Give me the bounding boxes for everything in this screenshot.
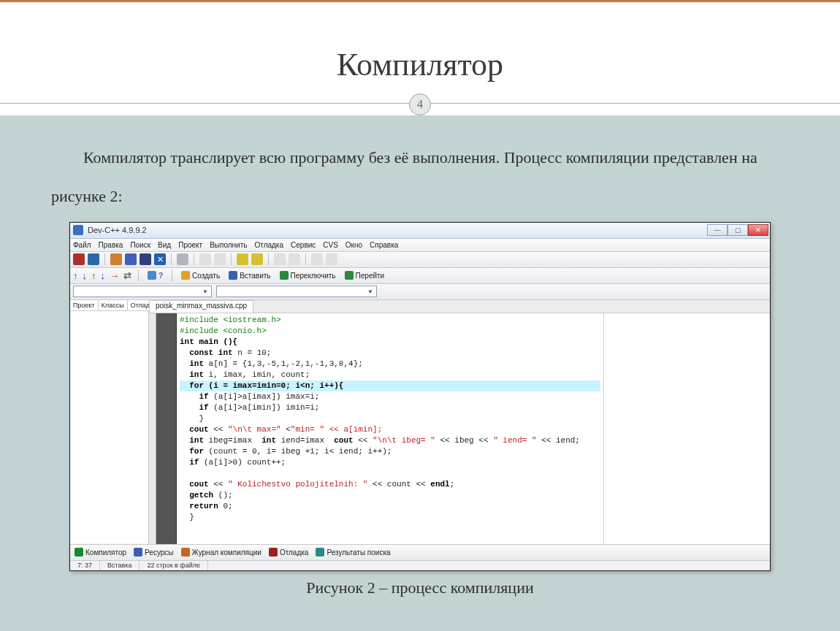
menubar: Файл Правка Поиск Вид Проект Выполнить О…: [70, 239, 770, 252]
create-button[interactable]: Создать: [179, 270, 222, 280]
menu-project[interactable]: Проект: [178, 241, 202, 249]
editor-right-margin: [603, 313, 770, 544]
redo-icon[interactable]: [214, 253, 226, 265]
arrow-dbl-icon[interactable]: ⇄: [123, 270, 131, 281]
window-title: Dev-C++ 4.9.9.2: [88, 226, 147, 234]
app-icon: [73, 225, 83, 235]
arrow-right-icon[interactable]: →: [110, 270, 119, 281]
close-button[interactable]: ✕: [748, 224, 768, 236]
side-tabs: Проект Классы Отладка: [70, 300, 148, 311]
switch-button[interactable]: Переключить: [278, 270, 338, 280]
menu-file[interactable]: Файл: [73, 241, 91, 249]
compile-icon[interactable]: [274, 253, 286, 265]
debug-icon[interactable]: [311, 253, 323, 265]
help-button[interactable]: ?: [145, 270, 165, 280]
status-cursor-pos: 7: 37: [70, 561, 100, 570]
bottomtab-debug-label: Отладка: [280, 548, 309, 557]
window-controls: — ▢ ✕: [707, 224, 768, 236]
slide: Компилятор 4 Компилятор транслирует всю …: [0, 2, 840, 631]
toolbar-separator: [231, 253, 232, 265]
open-icon[interactable]: [88, 253, 99, 265]
bottomtab-debug[interactable]: Отладка: [269, 548, 309, 557]
menu-search[interactable]: Поиск: [130, 241, 150, 249]
slide-content: Компилятор транслирует всю программу без…: [0, 115, 840, 597]
toolbar-separator: [305, 253, 306, 265]
file-tab[interactable]: poisk_minmax_massiva.cpp: [149, 300, 253, 313]
file-tab-row: poisk_minmax_massiva.cpp: [149, 300, 770, 313]
bottomtab-compiler[interactable]: Компилятор: [75, 548, 126, 557]
create-label: Создать: [192, 272, 220, 280]
menu-view[interactable]: Вид: [158, 241, 171, 249]
bottomtab-find[interactable]: Результаты поиска: [316, 548, 390, 557]
arrow-up2-icon[interactable]: ↑: [91, 270, 96, 281]
insert-label: Вставить: [240, 272, 270, 280]
side-panel-body: [70, 311, 148, 543]
bottomtab-log[interactable]: Журнал компиляции: [181, 548, 261, 557]
goto-button[interactable]: Перейти: [343, 270, 387, 280]
figure-container: Dev-C++ 4.9.9.2 — ▢ ✕ Файл Правка Поиск …: [51, 222, 789, 571]
switch-label: Переключить: [291, 272, 336, 280]
code-body[interactable]: #include <iostream.h> #include <conio.h>…: [177, 313, 603, 544]
toolbar-main: ✕: [70, 252, 770, 268]
toolbar-separator: [104, 253, 105, 265]
sidetab-project[interactable]: Проект: [70, 300, 99, 310]
replace-icon[interactable]: [251, 253, 263, 265]
combo-scope[interactable]: ▼: [73, 286, 212, 297]
bottomtab-resources[interactable]: Ресурсы: [134, 548, 173, 557]
disk-icon[interactable]: [140, 253, 151, 265]
close-file-icon[interactable]: ✕: [154, 253, 166, 265]
new-icon[interactable]: [73, 253, 85, 265]
body-text: Компилятор транслирует всю программу без…: [51, 139, 789, 216]
saveall-icon[interactable]: [125, 253, 137, 265]
undo-icon[interactable]: [199, 253, 211, 265]
combo-members[interactable]: ▼: [216, 286, 377, 297]
code-editor: poisk_minmax_massiva.cpp #include <iostr…: [149, 300, 770, 544]
line-gutter: [156, 313, 177, 544]
menu-cvs[interactable]: CVS: [323, 241, 338, 249]
page-number-badge: 4: [409, 93, 431, 115]
bottom-tabbar: Компилятор Ресурсы Журнал компиляции Отл…: [70, 544, 770, 560]
code-area[interactable]: #include <iostream.h> #include <conio.h>…: [149, 313, 770, 544]
bottomtab-log-label: Журнал компиляции: [192, 548, 261, 557]
print-icon[interactable]: [177, 253, 188, 265]
fold-gutter: [149, 313, 156, 544]
menu-tools[interactable]: Сервис: [291, 241, 316, 249]
bottomtab-find-label: Результаты поиска: [327, 548, 390, 557]
menu-edit[interactable]: Правка: [99, 241, 123, 249]
toolbar-separator: [171, 253, 172, 265]
bottomtab-compiler-label: Компилятор: [85, 548, 126, 557]
insert-button[interactable]: Вставить: [226, 270, 272, 280]
menu-run[interactable]: Выполнить: [210, 241, 247, 249]
window-titlebar: Dev-C++ 4.9.9.2 — ▢ ✕: [70, 223, 770, 239]
maximize-button[interactable]: ▢: [728, 224, 748, 236]
run-icon[interactable]: [289, 253, 300, 265]
toolbar-separator: [268, 253, 269, 265]
slide-header: Компилятор 4: [0, 2, 840, 115]
side-panel: Проект Классы Отладка: [70, 300, 149, 544]
figure-caption: Рисунок 2 – процесс компиляции: [51, 578, 789, 597]
statusbar: 7: 37 Вставка 22 строк в файле: [70, 560, 770, 570]
menu-debug[interactable]: Отладка: [255, 241, 284, 249]
status-insert-mode: Вставка: [100, 561, 140, 570]
arrow-down2-icon[interactable]: ↓: [101, 270, 106, 281]
arrow-down-icon[interactable]: ↓: [83, 270, 88, 281]
goto-label: Перейти: [356, 272, 385, 280]
slide-title: Компилятор: [0, 2, 840, 83]
toolbar-separator: [138, 269, 139, 281]
save-icon[interactable]: [110, 253, 122, 265]
toolbar-secondary: ↑ ↓ ↑ ↓ → ⇄ ? Создать Вставить Переключи…: [70, 268, 770, 284]
bottomtab-resources-label: Ресурсы: [145, 548, 173, 557]
toolbar-combos: ▼ ▼: [70, 284, 770, 300]
toolbar-separator: [172, 269, 172, 281]
sidetab-classes[interactable]: Классы: [99, 300, 128, 310]
menu-window[interactable]: Окно: [345, 241, 362, 249]
find-icon[interactable]: [237, 253, 248, 265]
menu-help[interactable]: Справка: [370, 241, 398, 249]
status-line-count: 22 строк в файле: [140, 561, 208, 570]
workspace: Проект Классы Отладка poisk_minmax_massi…: [70, 300, 770, 544]
debug2-icon[interactable]: [326, 253, 337, 265]
minimize-button[interactable]: —: [707, 224, 728, 236]
toolbar-separator: [194, 253, 194, 265]
arrow-up-icon[interactable]: ↑: [73, 270, 78, 281]
ide-window: Dev-C++ 4.9.9.2 — ▢ ✕ Файл Правка Поиск …: [69, 222, 771, 571]
